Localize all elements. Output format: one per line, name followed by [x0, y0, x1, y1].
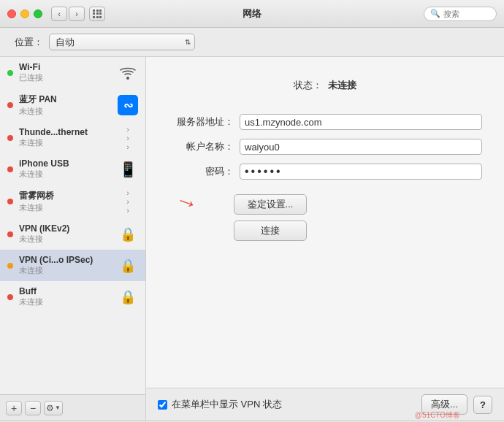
traffic-lights: [7, 9, 42, 18]
auth-settings-button[interactable]: 鉴定设置...: [234, 194, 307, 215]
item-status-wifi: 已连接: [19, 72, 112, 83]
title-bar: ‹ › 网络 🔍: [0, 0, 504, 28]
item-name-vpn-ipsec: VPN (Ci...o IPSec): [19, 255, 112, 265]
item-status-thunderbridge: 未连接: [19, 202, 112, 213]
form-section: 服务器地址： 帐户名称： 密码：: [168, 114, 482, 180]
arrows-icon-thunderbridge: ›››: [118, 191, 138, 212]
status-dot-wifi: [7, 70, 13, 76]
account-label: 帐户名称：: [168, 140, 234, 153]
item-name-thunderbolt: Thunde...thernet: [19, 127, 112, 137]
wifi-icon-wrap: [118, 63, 138, 83]
bluetooth-icon: ∾: [118, 95, 138, 115]
item-text-iphone: iPhone USB 未连接: [19, 158, 112, 180]
status-label: 状态：: [294, 79, 322, 92]
show-vpn-status-label: 在菜单栏中显示 VPN 状态: [172, 398, 282, 411]
wifi-icon: [120, 66, 136, 80]
sidebar-item-thunderbridge[interactable]: 雷雾网桥 未连接 ›››: [0, 185, 145, 218]
arrows-icon-thunderbolt: ›››: [118, 128, 138, 148]
status-dot-vpn-ikev2: [7, 231, 13, 237]
item-status-bluetooth: 未连接: [19, 106, 112, 117]
status-dot-thunderbridge: [7, 199, 13, 204]
item-status-buff: 未连接: [19, 296, 112, 307]
status-dot-vpn-ipsec: [7, 263, 13, 269]
location-select-wrap[interactable]: 自动 ⇅: [49, 34, 195, 50]
back-button[interactable]: ‹: [51, 7, 67, 21]
buttons-area: → 鉴定设置... 连接: [168, 194, 482, 241]
item-status-iphone: 未连接: [19, 169, 112, 180]
sidebar-item-buff[interactable]: Buff 未连接 🔒: [0, 281, 145, 312]
status-dot-iphone: [7, 166, 13, 172]
item-text-vpn-ipsec: VPN (Ci...o IPSec) 未连接: [19, 255, 112, 276]
window-title: 网络: [243, 7, 261, 20]
add-network-button[interactable]: +: [6, 401, 22, 415]
vpn-content: 状态： 未连接 服务器地址： 帐户名称： 密码：: [146, 57, 504, 388]
status-dot-thunderbolt: [7, 135, 13, 141]
gear-menu-button[interactable]: ⚙ ▼: [44, 401, 63, 415]
password-label: 密码：: [168, 165, 234, 178]
content-panel: 状态： 未连接 服务器地址： 帐户名称： 密码：: [146, 57, 504, 421]
server-input[interactable]: [240, 114, 482, 130]
form-row-server: 服务器地址：: [168, 114, 482, 130]
gear-icon: ⚙: [46, 403, 54, 413]
server-label: 服务器地址：: [168, 115, 234, 128]
sidebar-toolbar: + − ⚙ ▼: [0, 394, 145, 421]
lock-icon-2: 🔒: [120, 258, 136, 274]
item-name-iphone: iPhone USB: [19, 158, 112, 169]
forward-button[interactable]: ›: [69, 7, 85, 21]
location-bar: 位置： 自动 ⇅: [0, 28, 504, 57]
watermark: @51CTO博客: [415, 410, 460, 421]
status-value: 未连接: [328, 79, 356, 92]
show-vpn-status-checkbox[interactable]: [158, 400, 167, 410]
sidebar-item-thunderbolt[interactable]: Thunde...thernet 未连接 ›››: [0, 122, 145, 153]
nav-buttons: ‹ ›: [51, 7, 85, 21]
item-name-thunderbridge: 雷雾网桥: [19, 190, 112, 202]
maximize-button[interactable]: [34, 9, 42, 18]
location-select[interactable]: 自动: [49, 34, 195, 50]
grid-icon: [93, 9, 102, 18]
help-button[interactable]: ?: [473, 396, 492, 414]
item-text-thunderbolt: Thunde...thernet 未连接: [19, 127, 112, 148]
status-dot-buff: [7, 294, 13, 300]
minimize-button[interactable]: [20, 9, 29, 18]
form-row-password: 密码：: [168, 164, 482, 180]
lock-icon: 🔒: [120, 226, 136, 242]
search-box[interactable]: 🔍: [424, 7, 497, 21]
item-status-thunderbolt: 未连接: [19, 137, 112, 148]
location-label: 位置：: [15, 36, 43, 49]
item-text-vpn-ikev2: VPN (IKEv2) 未连接: [19, 223, 112, 245]
iphone-icon: 📱: [119, 161, 137, 178]
lock-icon-vpn-ipsec: 🔒: [118, 256, 138, 276]
search-input[interactable]: [443, 9, 495, 18]
sidebar: Wi-Fi 已连接 蓝牙 PAN 未连接: [0, 57, 146, 421]
item-status-vpn-ipsec: 未连接: [19, 265, 112, 276]
password-input[interactable]: [240, 164, 482, 180]
remove-network-button[interactable]: −: [25, 401, 41, 415]
item-text-bluetooth: 蓝牙 PAN 未连接: [19, 93, 112, 117]
sidebar-item-vpn-ipsec[interactable]: VPN (Ci...o IPSec) 未连接 🔒: [0, 250, 145, 281]
show-vpn-status-wrap[interactable]: 在菜单栏中显示 VPN 状态: [158, 398, 282, 411]
grid-button[interactable]: [89, 7, 105, 21]
connect-button[interactable]: 连接: [234, 220, 307, 241]
sidebar-item-vpn-ikev2[interactable]: VPN (IKEv2) 未连接 🔒: [0, 218, 145, 250]
account-input[interactable]: [240, 139, 482, 155]
item-status-vpn-ikev2: 未连接: [19, 234, 112, 245]
sidebar-item-iphone-usb[interactable]: iPhone USB 未连接 📱: [0, 153, 145, 185]
item-text-wifi: Wi-Fi 已连接: [19, 62, 112, 83]
item-text-buff: Buff 未连接: [19, 286, 112, 307]
item-name-buff: Buff: [19, 286, 112, 296]
status-dot-bluetooth: [7, 102, 13, 108]
item-text-thunderbridge: 雷雾网桥 未连接: [19, 190, 112, 213]
close-button[interactable]: [7, 9, 16, 18]
action-buttons: 鉴定设置... 连接: [234, 194, 482, 241]
sidebar-item-wifi[interactable]: Wi-Fi 已连接: [0, 57, 145, 88]
search-icon: 🔍: [430, 9, 440, 18]
lock-icon-3: 🔒: [120, 289, 136, 305]
sidebar-item-bluetooth[interactable]: 蓝牙 PAN 未连接 ∾: [0, 88, 145, 122]
main-layout: Wi-Fi 已连接 蓝牙 PAN 未连接: [0, 57, 504, 421]
item-name-wifi: Wi-Fi: [19, 62, 112, 72]
item-name-bluetooth: 蓝牙 PAN: [19, 93, 112, 106]
red-arrow-annotation: →: [172, 185, 203, 219]
bluetooth-icon-wrap: ∾: [118, 95, 138, 115]
gear-dropdown-icon: ▼: [55, 404, 61, 411]
sidebar-list: Wi-Fi 已连接 蓝牙 PAN 未连接: [0, 57, 145, 394]
